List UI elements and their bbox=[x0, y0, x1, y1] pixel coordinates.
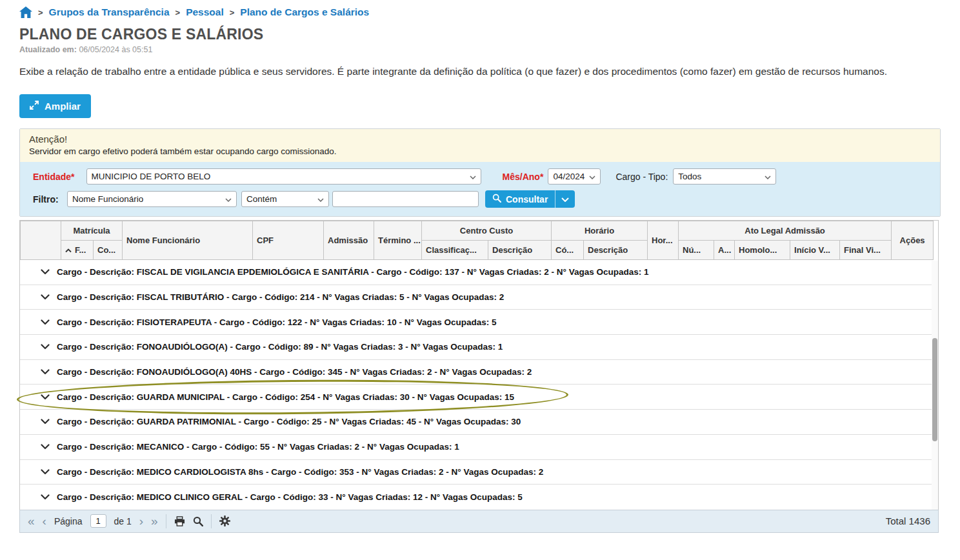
total-count: Total 1436 bbox=[886, 515, 930, 526]
breadcrumb: > Grupos da Transparência > Pessoal > Pl… bbox=[19, 6, 941, 18]
cargo-group-text: Cargo - Descrição: FONOAUDIÓLOGO(A) - Ca… bbox=[57, 342, 503, 352]
consultar-button[interactable]: Consultar bbox=[485, 190, 575, 208]
entidade-label: Entidade* bbox=[33, 172, 75, 182]
cargo-group-row[interactable]: Cargo - Descrição: FISIOTERAPEUTA - Carg… bbox=[20, 310, 933, 335]
ampliar-button[interactable]: Ampliar bbox=[19, 94, 91, 118]
scrollbar-thumb[interactable] bbox=[932, 338, 937, 441]
chevron-down-icon[interactable] bbox=[41, 319, 50, 325]
cargo-group-text: Cargo - Descrição: FISIOTERAPEUTA - Carg… bbox=[57, 317, 496, 327]
filtro-label: Filtro: bbox=[33, 194, 62, 205]
first-page-button[interactable]: « bbox=[28, 515, 35, 527]
col-horario[interactable]: Horário bbox=[552, 221, 648, 241]
chevron-down-icon bbox=[225, 194, 232, 204]
results-table-header: Matrícula Nome Funcionário CPF Admissão … bbox=[20, 221, 934, 260]
cargo-group-row[interactable]: Cargo - Descrição: GUARDA PATRIMONIAL - … bbox=[20, 410, 933, 435]
page: > Grupos da Transparência > Pessoal > Pl… bbox=[0, 0, 960, 533]
chevron-down-icon[interactable] bbox=[41, 394, 50, 400]
breadcrumb-separator-icon: > bbox=[38, 8, 43, 17]
cargo-group-row[interactable]: Cargo - Descrição: FONOAUDIÓLOGO(A) 40HS… bbox=[20, 360, 933, 385]
col-ato-numero[interactable]: Nú... bbox=[679, 241, 714, 260]
chevron-down-icon[interactable] bbox=[41, 269, 50, 275]
col-admissao[interactable]: Admissão bbox=[324, 221, 374, 260]
cargo-group-row[interactable]: Cargo - Descrição: MEDICO CLINICO GERAL … bbox=[20, 485, 933, 510]
cargo-group-row[interactable]: Cargo - Descrição: FISCAL DE VIGILANCIA … bbox=[20, 260, 933, 285]
page-label: Página bbox=[54, 516, 83, 526]
filter-bar: Entidade* MUNICIPIO DE PORTO BELO Mês/An… bbox=[20, 162, 940, 216]
filtro-operator-select-value: Contém bbox=[246, 194, 277, 204]
col-ato-inicio[interactable]: Início V... bbox=[790, 241, 840, 260]
gear-icon[interactable] bbox=[219, 515, 230, 526]
filtro-field-select[interactable]: Nome Funcionário bbox=[67, 191, 237, 207]
col-horario-descricao[interactable]: Descrição bbox=[584, 241, 648, 260]
entidade-select[interactable]: MUNICIPIO DE PORTO BELO bbox=[86, 168, 481, 185]
chevron-down-icon[interactable] bbox=[41, 344, 50, 350]
cargo-group-row[interactable]: Cargo - Descrição: MECANICO - Cargo - Có… bbox=[20, 435, 933, 460]
filtro-operator-select[interactable]: Contém bbox=[241, 191, 329, 207]
cargo-group-text: Cargo - Descrição: GUARDA MUNICIPAL - Ca… bbox=[57, 392, 514, 402]
table-body: Cargo - Descrição: FISCAL DE VIGILANCIA … bbox=[20, 260, 933, 510]
col-ato-final[interactable]: Final Vi... bbox=[840, 241, 892, 260]
home-icon[interactable] bbox=[19, 6, 32, 18]
page-of-label: de 1 bbox=[114, 516, 132, 526]
cargo-group-text: Cargo - Descrição: FISCAL TRIBUTÁRIO - C… bbox=[57, 292, 504, 302]
cargo-group-row[interactable]: Cargo - Descrição: GUARDA MUNICIPAL - Ca… bbox=[20, 385, 933, 410]
warning-title: Atenção! bbox=[29, 134, 931, 145]
breadcrumb-separator-icon: > bbox=[230, 8, 235, 17]
col-matricula-f[interactable]: F... bbox=[61, 241, 94, 260]
breadcrumb-link-pessoal[interactable]: Pessoal bbox=[186, 6, 224, 18]
page-description: Exibe a relação de trabalho entre a enti… bbox=[19, 65, 941, 79]
cargo-group-text: Cargo - Descrição: MECANICO - Cargo - Có… bbox=[57, 442, 459, 452]
col-termino[interactable]: Término ... bbox=[374, 221, 422, 260]
next-page-button[interactable]: › bbox=[139, 515, 143, 527]
mes-ano-label: Mês/Ano* bbox=[503, 172, 544, 182]
col-nome-funcionario[interactable]: Nome Funcionário bbox=[123, 221, 253, 260]
mes-ano-select[interactable]: 04/2024 bbox=[548, 168, 601, 185]
print-icon[interactable] bbox=[174, 516, 185, 526]
cargo-group-text: Cargo - Descrição: MEDICO CARDIOLOGISTA … bbox=[57, 467, 543, 477]
col-ato-a[interactable]: A... bbox=[714, 241, 735, 260]
cargo-group-row[interactable]: Cargo - Descrição: MEDICO CARDIOLOGISTA … bbox=[20, 460, 933, 485]
ampliar-button-label: Ampliar bbox=[45, 101, 81, 112]
search-icon[interactable] bbox=[193, 516, 203, 526]
col-ato-homolo[interactable]: Homolo... bbox=[735, 241, 790, 260]
sort-asc-icon[interactable] bbox=[65, 245, 72, 255]
col-cpf[interactable]: CPF bbox=[253, 221, 324, 260]
prev-page-button[interactable]: ‹ bbox=[43, 515, 46, 527]
warning-text: Servidor em cargo efetivo poderá também … bbox=[29, 146, 931, 156]
cargo-group-row[interactable]: Cargo - Descrição: FISCAL TRIBUTÁRIO - C… bbox=[20, 285, 933, 310]
consultar-dropdown-toggle[interactable] bbox=[555, 190, 575, 208]
breadcrumb-link-plano[interactable]: Plano de Cargos e Salários bbox=[240, 6, 369, 18]
consultar-button-label: Consultar bbox=[506, 194, 548, 205]
last-page-button[interactable]: » bbox=[151, 515, 158, 527]
updated-at-label: Atualizado em: bbox=[19, 45, 77, 54]
col-centro-custo[interactable]: Centro Custo bbox=[422, 221, 552, 241]
results-table: Matrícula Nome Funcionário CPF Admissão … bbox=[19, 220, 939, 510]
col-hor[interactable]: Hor... bbox=[648, 221, 679, 260]
cargo-group-row[interactable]: Cargo - Descrição: FONOAUDIÓLOGO(A) - Ca… bbox=[20, 335, 933, 360]
updated-at: Atualizado em: 06/05/2024 às 05:51 bbox=[19, 45, 941, 54]
filtro-field-select-value: Nome Funcionário bbox=[72, 194, 143, 204]
col-cc-descricao[interactable]: Descrição bbox=[488, 241, 552, 260]
breadcrumb-link-grupos[interactable]: Grupos da Transparência bbox=[49, 6, 170, 18]
chevron-down-icon[interactable] bbox=[41, 469, 50, 475]
col-matricula-f-label: F... bbox=[75, 245, 86, 255]
filtro-text-input[interactable] bbox=[332, 191, 479, 207]
col-cc-classificacao[interactable]: Classificaç... bbox=[422, 241, 488, 260]
col-matricula-co[interactable]: Co... bbox=[94, 241, 123, 260]
col-horario-codigo[interactable]: Có... bbox=[552, 241, 584, 260]
cargo-tipo-select[interactable]: Todos bbox=[673, 168, 776, 185]
col-matricula[interactable]: Matrícula bbox=[61, 221, 123, 241]
chevron-down-icon[interactable] bbox=[41, 294, 50, 300]
chevron-down-icon[interactable] bbox=[41, 444, 50, 450]
cargo-group-text: Cargo - Descrição: MEDICO CLINICO GERAL … bbox=[57, 492, 523, 502]
chevron-down-icon[interactable] bbox=[41, 419, 50, 425]
search-icon bbox=[492, 194, 501, 205]
col-ato-legal[interactable]: Ato Legal Admissão bbox=[679, 221, 892, 241]
chevron-down-icon[interactable] bbox=[41, 494, 50, 500]
page-number-input[interactable]: 1 bbox=[90, 514, 106, 528]
chevron-down-icon bbox=[317, 194, 324, 204]
chevron-down-icon[interactable] bbox=[41, 369, 50, 375]
col-acoes: Ações bbox=[892, 221, 934, 260]
vertical-scrollbar[interactable] bbox=[932, 261, 938, 510]
cargo-group-text: Cargo - Descrição: FONOAUDIÓLOGO(A) 40HS… bbox=[57, 367, 532, 377]
